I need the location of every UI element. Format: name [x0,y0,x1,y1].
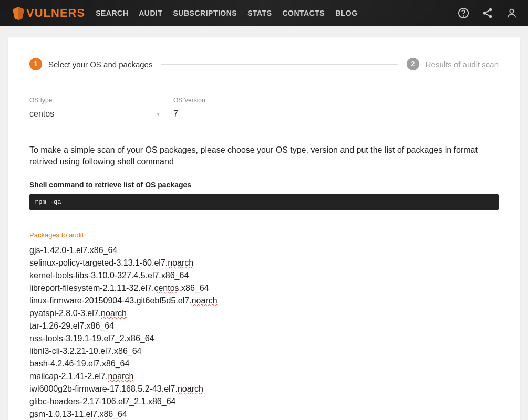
audit-card: 1 Select your OS and packages 2 Results … [8,37,520,420]
share-icon[interactable] [482,7,493,19]
logo-shield-icon [11,5,26,21]
stepper-divider [161,64,398,65]
svg-point-2 [489,8,492,12]
os-type-field[interactable]: OS type centos ▼ [29,97,161,123]
package-line: iwl6000g2b-firmware-17.168.5.2-43.el7.no… [29,383,499,395]
nav-subscriptions[interactable]: SUBSCRIPTIONS [173,9,237,17]
step-2-label: Results of audit scan [426,60,499,69]
package-line: pyatspi-2.8.0-3.el7.noarch [29,307,499,320]
step-1-number: 1 [29,58,42,70]
header-actions [458,7,517,19]
package-line: gjs-1.42.0-1.el7.x86_64 [29,244,499,257]
os-type-select[interactable]: centos ▼ [29,107,161,123]
package-line: mailcap-2.1.41-2.el7.noarch [29,370,499,383]
svg-point-3 [483,12,486,15]
shell-command-code: rpm -qa [29,194,499,210]
packages-textarea[interactable]: gjs-1.42.0-1.el7.x86_64selinux-policy-ta… [29,244,499,420]
package-line: selinux-policy-targeted-3.13.1-60.el7.no… [29,257,499,269]
svg-point-1 [463,16,464,16]
nav-stats[interactable]: STATS [247,9,272,17]
logo-text: VULNERS [26,6,85,20]
os-type-value: centos [29,109,54,119]
packages-label: Packages to audit [29,231,499,239]
os-form-row: OS type centos ▼ OS Version 7 [29,97,499,123]
package-line: tar-1.26-29.el7.x86_64 [29,320,499,332]
nav-search[interactable]: SEARCH [96,9,128,17]
svg-point-4 [489,15,492,18]
step-2: 2 Results of audit scan [407,58,499,70]
os-version-field[interactable]: OS Version 7 [173,97,305,123]
package-line: kernel-tools-libs-3.10.0-327.4.5.el7.x86… [29,269,499,282]
package-line: linux-firmware-20150904-43.git6ebf5d5.el… [29,295,499,307]
package-line: nss-tools-3.19.1-19.el7_2.x86_64 [29,332,499,345]
package-line: libreport-filesystem-2.1.11-32.el7.cento… [29,282,499,295]
nav-audit[interactable]: AUDIT [139,9,162,17]
stepper: 1 Select your OS and packages 2 Results … [29,58,499,70]
chevron-down-icon: ▼ [156,111,161,117]
package-line: glibc-headers-2.17-106.el7_2.1.x86_64 [29,395,499,408]
logo[interactable]: VULNERS [11,5,85,21]
nav-blog[interactable]: BLOG [335,9,357,17]
step-1-label: Select your OS and packages [48,60,152,69]
svg-point-5 [510,9,513,13]
os-version-label: OS Version [173,97,305,104]
os-version-input[interactable]: 7 [173,107,305,123]
main-nav: SEARCH AUDIT SUBSCRIPTIONS STATS CONTACT… [96,9,458,17]
app-header: VULNERS SEARCH AUDIT SUBSCRIPTIONS STATS… [0,0,528,26]
step-1[interactable]: 1 Select your OS and packages [29,58,152,70]
os-type-label: OS type [29,97,161,104]
user-icon[interactable] [506,7,517,19]
shell-command-label: Shell command to retrieve list of OS pac… [29,181,499,189]
instructions-text: To make a simple scan of your OS package… [29,144,499,168]
os-version-value: 7 [173,109,178,119]
help-icon[interactable] [458,7,469,19]
package-line: libnl3-cli-3.2.21-10.el7.x86_64 [29,345,499,358]
nav-contacts[interactable]: CONTACTS [282,9,325,17]
package-line: bash-4.2.46-19.el7.x86_64 [29,358,499,370]
package-line: gsm-1.0.13-11.el7.x86_64 [29,408,499,420]
step-2-number: 2 [407,58,419,70]
